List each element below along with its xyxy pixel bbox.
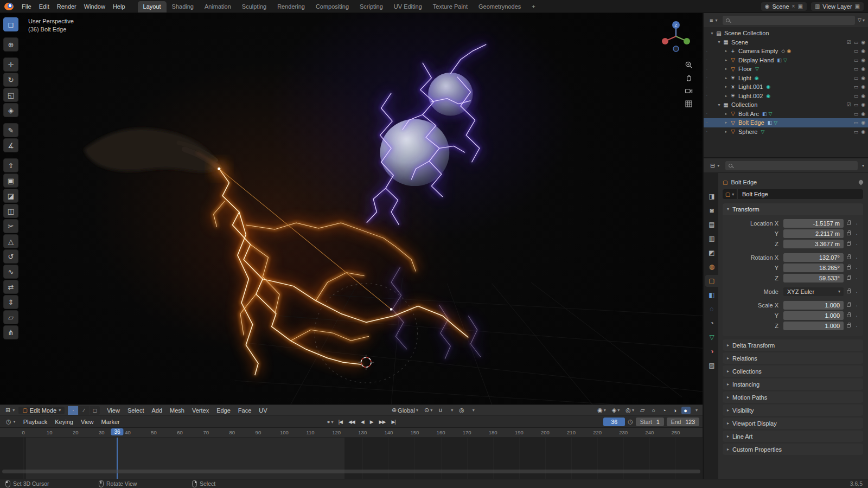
playback-button[interactable]: ◀ [359,419,366,425]
animate-dot[interactable] [853,312,860,319]
playback-button[interactable]: ◀◀ [346,419,357,425]
tool-button[interactable]: ∡ [3,138,18,152]
tool-button[interactable]: ⊕ [3,37,18,52]
blender-logo[interactable] [4,3,14,10]
editor-type-button[interactable]: ≡ [707,16,720,24]
properties-tab[interactable]: ▽ [705,331,718,343]
hide-viewport-toggle[interactable]: ▭ [854,66,859,72]
workspace-tab[interactable]: + [526,1,540,12]
viewport-menu-item[interactable]: View [103,406,124,415]
hide-viewport-toggle[interactable]: ▭ [854,40,859,45]
tool-button[interactable]: ◫ [3,204,18,218]
viewport-display-button[interactable]: ○ [649,407,659,414]
tool-button[interactable]: ⇕ [3,295,18,309]
outliner-row[interactable]: ∙ ▸ + Camera Empty ◇ ◉ ▭ [704,47,868,56]
hide-viewport-toggle[interactable]: ▭ [854,120,859,125]
lock-icon[interactable] [844,324,853,328]
viewport-menu-item[interactable]: Mesh [166,406,188,415]
topbar-menu-item[interactable]: Help [109,2,129,11]
stopwatch-icon[interactable]: ◷ [628,418,633,425]
viewport-display-button[interactable]: ▾ [692,407,700,413]
tool-button[interactable]: ✛ [3,57,18,72]
lock-icon[interactable] [844,256,853,259]
tool-button[interactable]: ∿ [3,265,18,279]
viewport-menu-item[interactable]: Add [148,406,166,415]
outliner-row[interactable]: ∙ ▸ ▽ Sphere ▽ ▭ [704,127,868,137]
pan-hand-button[interactable] [685,74,693,82]
outliner-row[interactable]: ▼ ▦ Collection ☑ ▭ ◉ [704,100,868,110]
collapsed-panel-header[interactable]: Collections [723,365,863,377]
properties-tab[interactable]: ◨ [705,190,718,202]
value-field[interactable]: -1.5157 m [783,219,844,228]
scene-selector[interactable]: ◉ Scene × ▣ [761,2,807,11]
hide-viewport-toggle[interactable]: ▭ [854,84,859,89]
properties-tab[interactable]: ▨ [705,359,718,371]
value-field[interactable]: 132.07° [783,253,844,262]
viewport-display-button[interactable]: ◑ [671,407,680,414]
value-field[interactable]: 1.000 [783,301,844,310]
disclosure-arrow[interactable]: ▸ [723,120,729,125]
value-field[interactable]: 59.533° [783,274,844,282]
properties-tab[interactable]: ▥ [705,233,718,245]
workspace-tab[interactable]: Shading [167,1,199,12]
collapsed-panel-header[interactable]: Relations [723,352,863,364]
properties-tab[interactable]: ◔ [705,317,718,329]
animate-dot[interactable] [853,254,860,261]
hide-viewport-toggle[interactable]: ▭ [854,57,859,63]
value-field[interactable]: 1.000 [783,311,844,320]
lock-icon[interactable] [844,222,853,225]
new-scene-button[interactable]: ▣ [797,3,802,9]
workspace-tab[interactable]: Sculpting [237,1,272,12]
animate-dot[interactable] [853,275,860,281]
outliner-row[interactable]: ∙ ▸ ☀ Light.001 ◉ ▭ [704,82,868,92]
properties-tab[interactable]: ◑ [705,345,718,357]
hide-viewport-toggle[interactable]: ▭ [854,93,859,99]
outliner-row[interactable]: ▼ ▤ Scene Collection [704,29,868,38]
filter-button[interactable]: ▽ [858,17,865,23]
hide-viewport-toggle[interactable]: ▭ [854,111,859,117]
tool-button[interactable]: ▱ [3,310,18,324]
timeline-body[interactable] [0,438,703,479]
editor-type-button[interactable]: ◷ [3,418,18,426]
timeline-scrollbar[interactable] [2,470,700,473]
disable-render-toggle[interactable]: ◉ [861,102,865,107]
disable-render-toggle[interactable]: ◉ [861,75,865,81]
workspace-tab[interactable]: Compositing [310,1,354,12]
properties-tab[interactable]: ▤ [705,219,718,230]
disclosure-arrow[interactable]: ▼ [709,31,715,35]
value-field[interactable]: 3.3677 m [783,240,844,248]
animate-dot[interactable] [853,302,860,309]
editor-type-button[interactable]: ⊟ [707,162,722,170]
tool-button[interactable]: ◈ [3,103,18,117]
exclude-checkbox[interactable]: ☑ [847,102,851,107]
disable-render-toggle[interactable]: ◉ [861,111,865,117]
animate-dot[interactable] [853,220,860,227]
viewport-menu-item[interactable]: Face [234,406,255,415]
navigation-gizmo[interactable]: Z [658,18,694,55]
viewport-display-button[interactable]: ▱ [638,406,648,414]
disclosure-arrow[interactable]: ▸ [723,67,729,71]
timeline-menu-item[interactable]: Playback [20,418,52,426]
topbar-menu-item[interactable]: File [18,2,35,11]
value-field[interactable]: 1.000 [783,322,844,330]
frame-start-field[interactable]: Start1 [636,418,664,426]
tool-button[interactable]: ▣ [3,174,18,188]
timeline-menu-item[interactable]: Marker [98,418,124,426]
workspace-tab[interactable]: Geometrynodes [473,1,526,12]
pin-icon[interactable] [858,179,864,185]
animate-dot[interactable] [853,265,860,271]
value-field[interactable]: 18.265° [783,264,844,272]
properties-tab[interactable]: ◙ [705,204,718,216]
timeline-ruler[interactable]: 0102030405060708090100110120130140150160… [0,428,703,438]
outliner-search-input[interactable] [723,16,855,25]
viewport-display-button[interactable]: ● [681,407,691,414]
lock-icon[interactable] [844,277,853,280]
animate-dot[interactable] [853,230,860,237]
viewport-tool-button[interactable]: ◎ [457,406,468,414]
select-mode-button[interactable]: ∙ [68,406,78,415]
current-frame-badge[interactable]: 36 [111,428,123,435]
outliner-row[interactable]: ∙ ▸ ☀ Light ◉ ▭ [704,74,868,83]
tool-button[interactable]: ⇄ [3,280,18,294]
disclosure-arrow[interactable]: ▸ [723,58,729,62]
topbar-menu-item[interactable]: Edit [35,2,53,11]
